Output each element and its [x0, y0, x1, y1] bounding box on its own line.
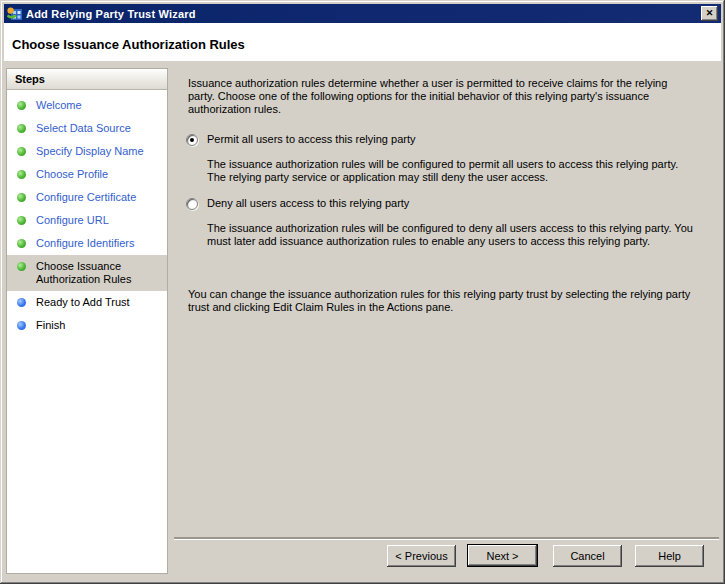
deny-option-description: The issuance authorization rules will be…: [207, 222, 697, 248]
close-button[interactable]: ✕: [701, 6, 718, 21]
change-rules-note: You can change the issuance authorizatio…: [188, 288, 697, 314]
step-status-bullet-icon: [17, 239, 26, 248]
page-header: Choose Issuance Authorization Rules: [4, 23, 721, 61]
step-label: Specify Display Name: [36, 145, 144, 158]
cancel-button[interactable]: Cancel: [553, 545, 622, 567]
window-title: Add Relying Party Trust Wizard: [26, 8, 701, 20]
step-status-bullet-icon: [17, 216, 26, 225]
sidebar-item-choose-issuance-authorization-rules[interactable]: Choose Issuance Authorization Rules: [7, 255, 167, 291]
step-label: Ready to Add Trust: [36, 296, 130, 309]
step-status-bullet-icon: [17, 170, 26, 179]
step-label: Configure URL: [36, 214, 109, 227]
sidebar-item-finish[interactable]: Finish: [7, 314, 167, 337]
sidebar-item-configure-url[interactable]: Configure URL: [7, 209, 167, 232]
sidebar-item-configure-identifiers[interactable]: Configure Identifiers: [7, 232, 167, 255]
wizard-window: Add Relying Party Trust Wizard ✕ Choose …: [0, 0, 725, 584]
step-status-bullet-icon: [17, 147, 26, 156]
next-button[interactable]: Next >: [467, 544, 538, 567]
sidebar-item-choose-profile[interactable]: Choose Profile: [7, 163, 167, 186]
content-panel: Issuance authorization rules determine w…: [172, 61, 721, 537]
option-deny-all: Deny all users access to this relying pa…: [186, 197, 697, 248]
step-status-bullet-icon: [17, 321, 26, 330]
step-label: Select Data Source: [36, 122, 131, 135]
option-permit-all: Permit all users to access this relying …: [186, 133, 697, 184]
step-status-bullet-icon: [17, 298, 26, 307]
steps-list: Welcome Select Data Source Specify Displ…: [7, 94, 167, 337]
step-status-bullet-icon: [17, 124, 26, 133]
radio-permit-all-users-label[interactable]: Permit all users to access this relying …: [207, 133, 415, 146]
radio-deny-all-users[interactable]: [186, 198, 198, 210]
step-status-bullet-icon: [17, 101, 26, 110]
permit-option-description: The issuance authorization rules will be…: [207, 158, 697, 184]
help-button[interactable]: Help: [635, 545, 704, 567]
sidebar-item-configure-certificate[interactable]: Configure Certificate: [7, 186, 167, 209]
footer-divider: [174, 537, 719, 539]
wizard-icon: [7, 6, 23, 22]
steps-header-label: Steps: [7, 69, 167, 90]
step-label: Choose Issuance Authorization Rules: [36, 260, 163, 286]
step-label: Choose Profile: [36, 168, 108, 181]
step-label: Welcome: [36, 99, 82, 112]
page-title: Choose Issuance Authorization Rules: [4, 23, 721, 52]
sidebar-item-welcome[interactable]: Welcome: [7, 94, 167, 117]
intro-text: Issuance authorization rules determine w…: [188, 77, 697, 116]
radio-deny-all-users-label[interactable]: Deny all users access to this relying pa…: [207, 197, 409, 210]
step-label: Configure Identifiers: [36, 237, 134, 250]
sidebar-item-select-data-source[interactable]: Select Data Source: [7, 117, 167, 140]
step-status-bullet-icon: [17, 193, 26, 202]
close-icon: ✕: [706, 9, 714, 18]
steps-sidebar: Steps Welcome Select Data Source Specify…: [6, 68, 168, 574]
radio-permit-all-users[interactable]: [186, 134, 198, 146]
step-label: Finish: [36, 319, 65, 332]
sidebar-item-specify-display-name[interactable]: Specify Display Name: [7, 140, 167, 163]
titlebar: Add Relying Party Trust Wizard ✕: [4, 4, 721, 23]
step-status-bullet-icon: [17, 262, 26, 271]
sidebar-item-ready-to-add-trust[interactable]: Ready to Add Trust: [7, 291, 167, 314]
previous-button[interactable]: < Previous: [387, 545, 456, 567]
step-label: Configure Certificate: [36, 191, 136, 204]
